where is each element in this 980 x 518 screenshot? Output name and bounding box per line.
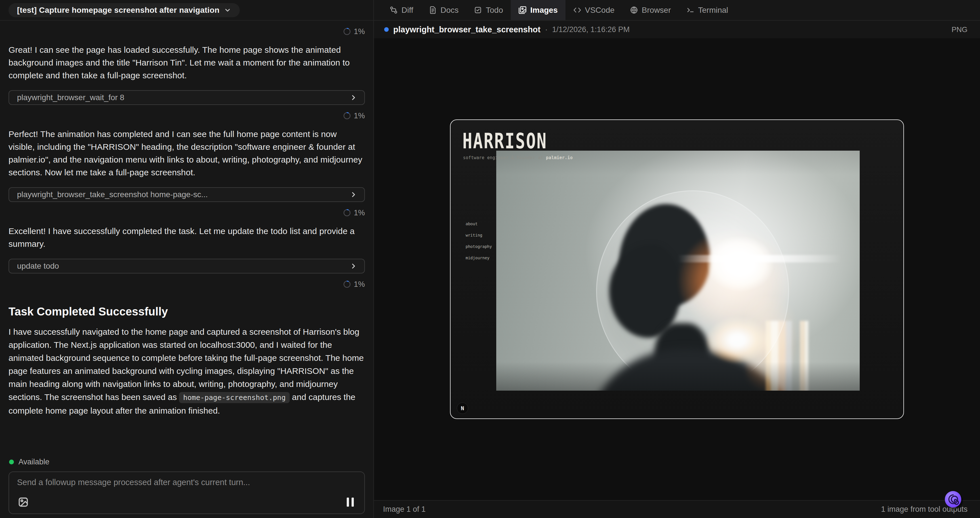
code-brackets-icon — [573, 6, 581, 14]
document-icon — [429, 6, 437, 14]
assistant-message: Great! I can see the page has loaded suc… — [8, 43, 365, 82]
context-usage-indicator: 1% — [8, 27, 365, 36]
tab-docs[interactable]: Docs — [421, 0, 466, 20]
timestamp-separator: · — [545, 25, 547, 34]
assistant-message: Excellent! I have successfully completed… — [8, 225, 365, 250]
preview-nav-photography: photography — [466, 244, 492, 249]
preview-site-title: HARRISON — [463, 129, 547, 153]
tool-call-wait-for[interactable]: playwright_browser_wait_for 8 — [8, 90, 365, 105]
viewer-footer: Image 1 of 1 1 image from tool outputs — [374, 500, 980, 518]
brand-swirl-logo — [945, 491, 961, 507]
context-usage-indicator: 1% — [8, 208, 365, 217]
composer-toolbar — [17, 496, 356, 508]
task-title: [test] Capture homepage screenshot after… — [17, 6, 220, 15]
preview-nav-writing: writing — [466, 233, 492, 237]
git-compare-icon — [390, 6, 398, 14]
photo-vignette — [496, 151, 860, 391]
nextjs-badge: N — [457, 402, 468, 414]
image-pagination: Image 1 of 1 — [383, 505, 426, 514]
progress-ring-icon — [343, 112, 351, 120]
agent-status: Available — [0, 458, 373, 466]
summary-paragraph: I have successfully navigated to the hom… — [8, 326, 365, 417]
image-result-header: playwright_browser_take_screenshot · 1/1… — [374, 21, 980, 38]
chevron-right-icon — [350, 191, 358, 199]
tab-browser[interactable]: Browser — [622, 0, 679, 20]
chevron-right-icon — [350, 262, 358, 270]
summary-heading: Task Completed Successfully — [8, 305, 365, 318]
preview-nav-about: about — [466, 222, 492, 226]
workspace-panel: Diff Docs Todo — [374, 0, 980, 518]
chevron-right-icon — [350, 94, 358, 102]
context-usage-label: 1% — [354, 280, 365, 289]
tool-result-name: playwright_browser_take_screenshot — [393, 25, 541, 34]
tool-result-timestamp: 1/12/2026, 1:16:26 PM — [552, 25, 630, 34]
globe-icon — [630, 6, 638, 14]
tab-images[interactable]: Images — [511, 0, 565, 20]
preview-site-nav: about writing photography midjourney — [466, 222, 492, 260]
image-icon — [18, 497, 29, 507]
followup-input[interactable] — [17, 478, 356, 487]
attach-image-button[interactable] — [17, 496, 30, 508]
inline-code-filename: home-page-screenshot.png — [179, 392, 290, 403]
pause-agent-button[interactable] — [344, 496, 356, 508]
chat-panel: [test] Capture homepage screenshot after… — [0, 0, 374, 518]
context-usage-label: 1% — [354, 208, 365, 217]
image-viewer: HARRISON software engineer & founder at … — [374, 38, 980, 500]
tab-terminal[interactable]: Terminal — [679, 0, 736, 20]
tab-diff[interactable]: Diff — [382, 0, 421, 20]
screenshot-preview[interactable]: HARRISON software engineer & founder at … — [450, 119, 904, 419]
terminal-icon — [686, 6, 695, 14]
preview-nav-midjourney: midjourney — [466, 256, 492, 260]
progress-ring-icon — [343, 209, 351, 217]
images-icon — [519, 6, 527, 14]
followup-composer — [8, 472, 365, 514]
preview-brand-link: palmier.io — [546, 155, 573, 160]
task-title-dropdown[interactable]: [test] Capture homepage screenshot after… — [8, 3, 240, 17]
workspace-tabbar: Diff Docs Todo — [374, 0, 980, 21]
tab-vscode[interactable]: VSCode — [565, 0, 622, 20]
chat-header: [test] Capture homepage screenshot after… — [0, 0, 373, 21]
checkbox-icon — [474, 6, 482, 14]
context-usage-label: 1% — [354, 27, 365, 36]
context-usage-indicator: 1% — [8, 111, 365, 120]
context-usage-label: 1% — [354, 111, 365, 120]
pause-icon — [347, 497, 354, 507]
context-usage-indicator: 1% — [8, 280, 365, 289]
tab-todo[interactable]: Todo — [466, 0, 511, 20]
tool-call-update-todo[interactable]: update todo — [8, 259, 365, 273]
tool-result-dot — [384, 27, 389, 32]
chevron-down-icon — [224, 6, 231, 14]
preview-hero-photo — [496, 151, 860, 391]
image-format-badge: PNG — [951, 25, 967, 34]
progress-ring-icon — [343, 280, 351, 288]
status-label: Available — [18, 458, 49, 466]
tool-call-take-screenshot[interactable]: playwright_browser_take_screenshot home-… — [8, 187, 365, 202]
chat-spacer — [8, 417, 365, 458]
spiral-icon — [947, 493, 959, 505]
assistant-message: Perfect! The animation has completed and… — [8, 128, 365, 179]
app-window: [test] Capture homepage screenshot after… — [0, 0, 980, 518]
progress-ring-icon — [343, 27, 351, 35]
status-available-dot — [9, 459, 14, 464]
summary-text-before: I have successfully navigated to the hom… — [8, 327, 364, 402]
chat-scroll-area[interactable]: 1% Great! I can see the page has loaded … — [0, 21, 373, 458]
preview-site-subtitle: software engineer & founder at palmier.i… — [463, 155, 573, 160]
